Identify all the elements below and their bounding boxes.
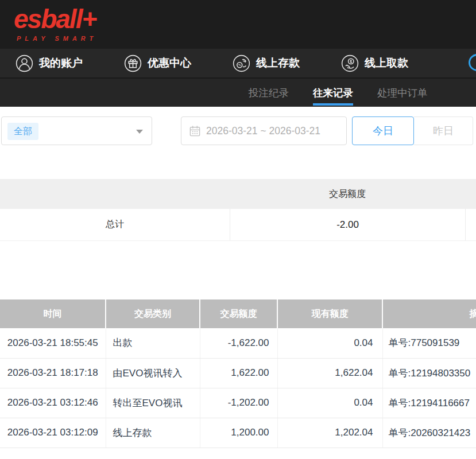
brand-tagline: PLAY SMART <box>17 35 97 42</box>
summary-header-amount: 交易额度 <box>230 188 465 200</box>
cell-type: 由EVO视讯转入 <box>106 358 200 388</box>
summary-total-label: 总计 <box>0 209 230 240</box>
cell-balance: 1,202.04 <box>277 418 382 448</box>
col-header-amount: 交易额度 <box>200 299 277 328</box>
cell-time: 2026-03-21 03:12:09 <box>0 418 106 448</box>
top-logo-bar: esball+ PLAY SMART <box>0 0 476 49</box>
deposit-icon <box>233 55 250 72</box>
cell-remark: 单号:12194116667 <box>382 388 476 418</box>
table-row: 2026-03-21 18:55:45 出款 -1,622.00 0.04 单号… <box>0 328 476 358</box>
nav-label: 线上取款 <box>365 56 408 71</box>
nav-item-promotions[interactable]: 优惠中心 <box>124 55 191 72</box>
table-row: 2026-03-21 03:12:09 线上存款 1,200.00 1,202.… <box>0 418 476 448</box>
transactions-table: 时间 交易类别 交易额度 现有额度 摘要 2026-03-21 18:55:45… <box>0 299 476 448</box>
table-row: 2026-03-21 18:17:18 由EVO视讯转入 1,622.00 1,… <box>0 358 476 388</box>
tab-bet-records[interactable]: 投注纪录 <box>249 79 289 107</box>
cell-remark: 单号:20260321423 <box>382 418 476 448</box>
nav-next-icon-partial[interactable] <box>469 54 476 71</box>
cell-type: 线上存款 <box>106 418 200 448</box>
cell-amount: 1,200.00 <box>200 418 277 448</box>
user-icon <box>16 55 33 72</box>
summary-total-row: 总计 -2.00 <box>0 209 476 241</box>
summary-table: 交易额度 总计 -2.00 <box>0 179 476 241</box>
calendar-icon <box>189 125 201 137</box>
col-header-type: 交易类别 <box>106 299 200 328</box>
date-range-input[interactable]: 2026-03-21 ~ 2026-03-21 <box>181 116 347 145</box>
cell-time: 2026-03-21 03:12:46 <box>0 388 106 418</box>
table-row: 2026-03-21 03:12:46 转出至EVO视讯 -1,202.00 0… <box>0 388 476 418</box>
nav-label: 线上存款 <box>256 56 300 71</box>
cell-balance: 0.04 <box>277 388 382 418</box>
nav-label: 我的账户 <box>39 56 83 71</box>
brand-logo[interactable]: esball+ <box>14 3 96 34</box>
category-selected-tag[interactable]: 全部 <box>7 123 38 140</box>
cell-type: 转出至EVO视讯 <box>106 388 200 418</box>
cell-remark: 单号:775091539 <box>382 328 476 358</box>
cell-time: 2026-03-21 18:55:45 <box>0 328 106 358</box>
nav-label: 优惠中心 <box>148 56 191 71</box>
cell-remark: 单号:12194803350 <box>382 358 476 388</box>
chevron-down-icon <box>136 130 143 134</box>
cell-balance: 0.04 <box>277 328 382 358</box>
gift-icon <box>124 55 142 72</box>
cell-balance: 1,622.04 <box>277 358 382 388</box>
summary-total-spacer <box>465 209 476 240</box>
cell-type: 出款 <box>106 328 200 358</box>
nav-item-withdraw[interactable]: 线上取款 <box>341 55 408 72</box>
cell-amount: 1,622.00 <box>200 358 277 388</box>
tab-processing-orders[interactable]: 处理中订单 <box>377 79 428 107</box>
nav-item-deposit[interactable]: 线上存款 <box>233 55 300 72</box>
col-header-remark: 摘要 <box>382 299 476 328</box>
transactions-header-row: 时间 交易类别 交易额度 现有额度 摘要 <box>0 299 476 328</box>
cell-time: 2026-03-21 18:17:18 <box>0 358 106 388</box>
main-nav: 我的账户 优惠中心 线上存款 <box>0 49 476 79</box>
col-header-balance: 现有额度 <box>277 299 382 328</box>
summary-total-value: -2.00 <box>230 209 465 240</box>
today-button[interactable]: 今日 <box>352 116 414 145</box>
cell-amount: -1,202.00 <box>200 388 277 418</box>
withdraw-icon <box>341 55 359 72</box>
record-tab-bar: 投注纪录 往来记录 处理中订单 <box>0 79 476 107</box>
summary-header-row: 交易额度 <box>0 179 476 209</box>
cell-amount: -1,622.00 <box>200 328 277 358</box>
col-header-time: 时间 <box>0 299 106 328</box>
date-range-value: 2026-03-21 ~ 2026-03-21 <box>206 117 320 145</box>
tab-transaction-records[interactable]: 往来记录 <box>313 79 353 107</box>
yesterday-button[interactable]: 昨日 <box>414 116 473 145</box>
category-select[interactable]: 全部 <box>1 116 152 145</box>
nav-item-my-account[interactable]: 我的账户 <box>16 55 83 72</box>
